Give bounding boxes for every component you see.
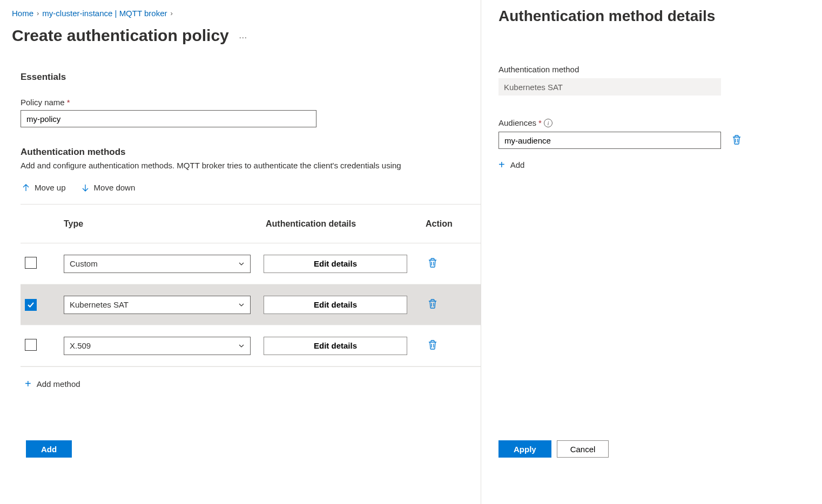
row-checkbox[interactable] (25, 257, 37, 269)
cancel-button[interactable]: Cancel (557, 440, 609, 458)
trash-icon (428, 339, 437, 350)
chevron-right-icon: › (171, 9, 173, 17)
move-down-button[interactable]: Move down (81, 183, 136, 192)
policy-name-label: Policy name (21, 98, 65, 107)
page-title: Create authentication policy (12, 26, 229, 45)
column-type: Type (64, 219, 264, 229)
table-row: Kubernetes SAT Edit details (21, 284, 481, 325)
table-header-row: Type Authentication details Action (21, 205, 481, 243)
audience-input[interactable] (498, 132, 721, 149)
type-dropdown[interactable]: Custom (64, 255, 251, 273)
chevron-right-icon: › (37, 9, 39, 17)
trash-icon (428, 257, 437, 268)
add-audience-label: Add (510, 160, 525, 169)
edit-details-button[interactable]: Edit details (264, 296, 407, 314)
type-value: Custom (70, 259, 98, 268)
auth-method-label: Authentication method (498, 65, 579, 74)
type-value: Kubernetes SAT (70, 300, 129, 309)
column-details: Authentication details (264, 219, 426, 229)
type-dropdown[interactable]: Kubernetes SAT (64, 296, 251, 314)
essentials-header: Essentials (21, 72, 481, 83)
trash-icon (428, 298, 437, 309)
add-method-button[interactable]: + Add method (25, 378, 80, 390)
trash-icon (732, 134, 742, 145)
required-indicator: * (67, 98, 70, 107)
add-audience-button[interactable]: + Add (498, 159, 524, 171)
delete-row-button[interactable] (426, 255, 440, 272)
edit-details-button[interactable]: Edit details (264, 337, 407, 355)
required-indicator: * (538, 118, 542, 127)
plus-icon: + (25, 378, 31, 390)
type-dropdown[interactable]: X.509 (64, 337, 251, 355)
breadcrumb: Home › my-cluster-instance | MQTT broker… (12, 9, 481, 18)
more-actions-button[interactable]: … (239, 31, 248, 40)
panel-title: Authentication method details (498, 8, 809, 25)
add-button[interactable]: Add (26, 440, 72, 458)
auth-methods-header: Authentication methods (21, 147, 481, 158)
details-panel: Authentication method details Authentica… (481, 0, 822, 504)
breadcrumb-cluster[interactable]: my-cluster-instance | MQTT broker (42, 9, 167, 18)
auth-methods-description: Add and configure authentication methods… (21, 161, 481, 170)
move-up-button[interactable]: Move up (22, 183, 66, 192)
info-icon[interactable]: i (544, 119, 553, 127)
edit-details-button[interactable]: Edit details (264, 255, 407, 273)
table-row: Custom Edit details (21, 243, 481, 284)
delete-audience-button[interactable] (730, 132, 744, 149)
chevron-down-icon (238, 343, 245, 349)
arrow-up-icon (22, 183, 30, 192)
delete-row-button[interactable] (426, 296, 440, 313)
policy-name-input[interactable] (21, 110, 316, 127)
audiences-label: Audiences (498, 118, 536, 127)
move-up-label: Move up (35, 183, 66, 192)
chevron-down-icon (238, 261, 245, 267)
move-down-label: Move down (94, 183, 136, 192)
chevron-down-icon (238, 302, 245, 308)
type-value: X.509 (70, 341, 91, 350)
delete-row-button[interactable] (426, 337, 440, 354)
check-icon (27, 301, 35, 309)
table-row: X.509 Edit details (21, 325, 481, 366)
add-method-label: Add method (37, 379, 80, 389)
row-checkbox[interactable] (25, 339, 37, 351)
row-checkbox[interactable] (25, 299, 37, 311)
plus-icon: + (498, 159, 505, 171)
auth-method-value (498, 78, 721, 96)
column-action: Action (426, 219, 474, 229)
apply-button[interactable]: Apply (498, 440, 551, 458)
arrow-down-icon (81, 183, 90, 192)
breadcrumb-home[interactable]: Home (12, 9, 33, 18)
